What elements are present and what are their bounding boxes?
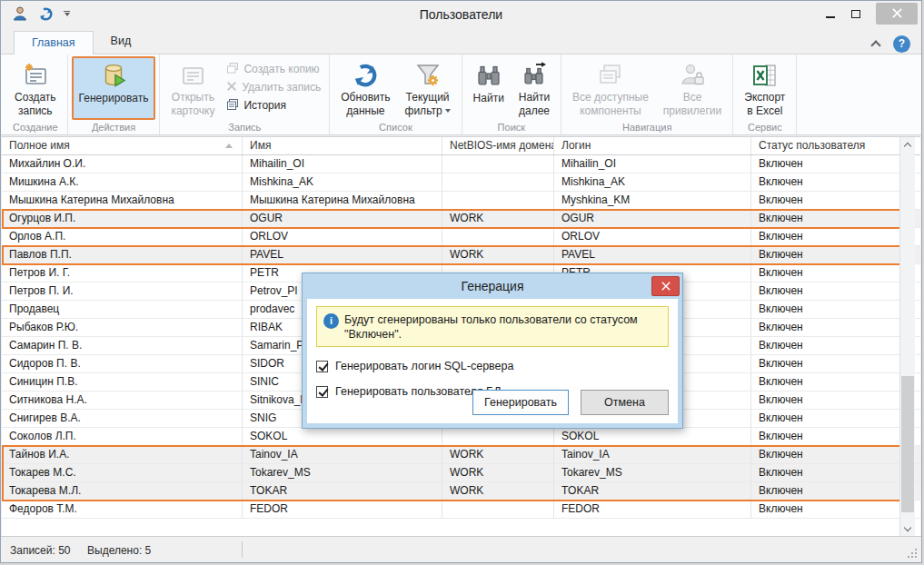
login-cell: FEDOR xyxy=(554,501,751,518)
scrollbar-thumb[interactable] xyxy=(901,376,914,512)
scroll-up-button[interactable] xyxy=(900,137,915,153)
column-header-full-name[interactable]: Полное имя xyxy=(2,137,243,154)
tab-glavnaya[interactable]: Главная xyxy=(14,31,94,55)
group-label-record: Запись xyxy=(164,121,325,134)
resize-grip[interactable] xyxy=(908,549,917,558)
column-header-netbios[interactable]: NetBIOS-имя домена xyxy=(442,137,554,154)
table-row[interactable]: Мышкина Катерина МихайловнаМышкина Катер… xyxy=(2,192,920,210)
create-copy-button: Создать копию xyxy=(222,60,325,78)
status-cell: Включен xyxy=(751,446,901,463)
column-header-status[interactable]: Статус пользователя xyxy=(751,137,901,154)
name-cell: Mihailin_OI xyxy=(243,155,442,173)
close-icon xyxy=(892,5,902,22)
generation-dialog: Генерация i Будут сгенерированы только п… xyxy=(302,273,683,429)
column-header-login[interactable]: Логин xyxy=(554,137,751,154)
all-components-button: Все доступные компоненты xyxy=(565,56,656,120)
find-next-label: Найти далее xyxy=(519,91,550,117)
copy-icon xyxy=(226,62,239,77)
titlebar[interactable]: Пользователи xyxy=(1,1,921,28)
table-row[interactable]: Тайнов И.А.Tainov_IAWORKTainov_IAВключен xyxy=(2,446,920,464)
filter-icon xyxy=(414,61,442,90)
window-title: Пользователи xyxy=(1,1,921,28)
table-row[interactable]: Огурцов И.П.OGURWORKOGURВключен xyxy=(2,210,920,228)
status-cell: Включен xyxy=(751,482,901,500)
open-card-button: Открыть карточку xyxy=(164,56,222,120)
login-cell: ORLOV xyxy=(554,228,751,245)
dialog-body: i Будут сгенерированы только пользовател… xyxy=(307,299,678,423)
selected-count: Выделено: 5 xyxy=(87,544,151,557)
full-name-cell: Самарин П. В. xyxy=(2,337,243,354)
find-next-button[interactable]: Найти далее xyxy=(512,56,557,120)
name-cell: ORLOV xyxy=(243,228,442,245)
table-row[interactable]: Мишкина А.К.Mishkina_AKMishkina_AKВключе… xyxy=(2,173,920,192)
full-name-cell: Продавец xyxy=(2,301,243,318)
refresh-data-label: Обновить данные xyxy=(341,91,390,117)
status-cell: Включен xyxy=(751,355,901,372)
table-row[interactable]: Михайлин О.И.Mihailin_OIMihailin_OIВключ… xyxy=(2,155,920,173)
full-name-cell: Мышкина Катерина Михайловна xyxy=(2,192,243,209)
checkbox-sql-login-label: Генерировать логин SQL-сервера xyxy=(335,360,513,372)
history-button[interactable]: История xyxy=(222,96,325,114)
netbios-cell: WORK xyxy=(442,482,554,500)
ribbon-group-creation: Создать запись Создание xyxy=(4,55,68,134)
netbios-cell xyxy=(442,155,554,173)
status-cell: Включен xyxy=(751,264,901,282)
all-privileges-label: Все привилегии xyxy=(663,91,721,117)
history-label: История xyxy=(243,99,286,112)
ribbon: Создать запись Создание Генерировать Дей… xyxy=(1,54,921,135)
tab-vid[interactable]: Вид xyxy=(94,30,149,54)
column-header-name[interactable]: Имя xyxy=(243,137,442,154)
table-row[interactable]: Павлов П.П.PAVELWORKPAVELВключен xyxy=(2,246,920,264)
status-cell: Включен xyxy=(751,464,901,481)
new-record-icon xyxy=(22,61,49,90)
statusbar: Записей: 50 Выделено: 5 xyxy=(1,536,921,562)
table-row[interactable]: Орлов А.П.ORLOVORLOVВключен xyxy=(2,228,920,246)
full-name-cell: Токарева М.Л. xyxy=(2,482,243,500)
current-filter-button[interactable]: Текущий фильтр xyxy=(398,56,458,120)
login-cell: Myshkina_KM xyxy=(554,192,751,209)
full-name-cell: Тайнов И.А. xyxy=(2,446,243,463)
find-button[interactable]: Найти xyxy=(466,56,512,120)
table-row[interactable]: Федоров Т.М.FEDORFEDORВключен xyxy=(2,501,920,519)
full-name-cell: Орлов А.П. xyxy=(2,228,243,245)
checkbox-sql-login[interactable]: Генерировать логин SQL-сервера xyxy=(316,360,669,372)
table-row[interactable]: Соколов Л.П.SOKOLSOKOLВключен xyxy=(2,428,920,446)
name-cell: Mishkina_AK xyxy=(243,173,442,191)
scroll-down-button[interactable] xyxy=(900,521,915,537)
table-row[interactable]: Токарева М.Л.TOKARWORKTOKARВключен xyxy=(2,482,920,501)
generate-button[interactable]: Генерировать xyxy=(72,56,156,120)
dialog-title: Генерация xyxy=(303,273,682,299)
sort-asc-icon xyxy=(225,144,233,148)
dialog-close-button[interactable] xyxy=(651,276,680,296)
ribbon-group-service: Экспорт в Excel Сервис xyxy=(733,55,797,134)
vertical-scrollbar[interactable] xyxy=(899,137,915,537)
create-record-button[interactable]: Создать запись xyxy=(7,56,64,120)
export-excel-button[interactable]: Экспорт в Excel xyxy=(737,56,792,120)
dropdown-arrow-icon xyxy=(445,109,451,113)
netbios-cell xyxy=(442,192,554,209)
export-excel-label: Экспорт в Excel xyxy=(744,91,785,117)
minimize-button[interactable] xyxy=(818,3,843,25)
help-icon[interactable]: ? xyxy=(893,35,910,53)
refresh-data-button[interactable]: Обновить данные xyxy=(333,56,397,120)
table-row[interactable]: Токарев М.С.Tokarev_MSWORKTokarev_MSВклю… xyxy=(2,464,920,482)
dialog-generate-button[interactable]: Генерировать xyxy=(472,390,569,415)
full-name-cell: Снигирев В.А. xyxy=(2,410,243,427)
info-text: Будут сгенерированы только пользователи … xyxy=(344,313,638,341)
collapse-ribbon-icon[interactable] xyxy=(870,40,880,50)
create-copy-label: Создать копию xyxy=(243,63,319,75)
close-button[interactable] xyxy=(876,3,918,25)
netbios-cell: WORK xyxy=(442,246,554,263)
netbios-cell xyxy=(442,228,554,245)
full-name-cell: Огурцов И.П. xyxy=(2,210,243,227)
create-record-label: Создать запись xyxy=(15,91,56,117)
status-cell: Включен xyxy=(751,155,901,173)
delete-record-label: Удалить запись xyxy=(242,81,321,94)
statusbar-divider xyxy=(242,541,243,558)
login-cell: Mihailin_OI xyxy=(554,155,751,173)
name-cell: PAVEL xyxy=(243,246,442,263)
login-cell: SOKOL xyxy=(554,428,751,445)
dialog-cancel-button[interactable]: Отмена xyxy=(581,390,669,415)
netbios-cell xyxy=(442,501,554,518)
maximize-button[interactable] xyxy=(843,3,869,25)
